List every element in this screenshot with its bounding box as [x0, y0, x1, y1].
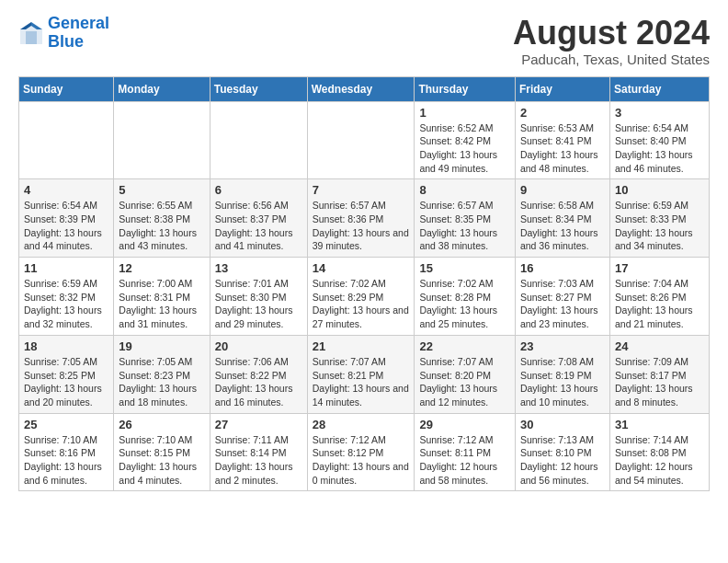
- cell-sunset: Sunset: 8:39 PM: [24, 213, 108, 226]
- cell-sunrise: Sunrise: 6:56 AM: [215, 199, 302, 213]
- cell-3-4: 22 Sunrise: 7:07 AM Sunset: 8:20 PM Dayl…: [415, 335, 516, 413]
- cell-date: 20: [215, 339, 302, 353]
- cell-sunset: Sunset: 8:38 PM: [119, 213, 204, 226]
- cell-daylight: Daylight: 13 hours and 21 minutes.: [615, 304, 704, 330]
- cell-sunrise: Sunrise: 7:04 AM: [615, 277, 704, 291]
- cell-sunset: Sunset: 8:17 PM: [615, 369, 704, 383]
- cell-sunset: Sunset: 8:35 PM: [419, 213, 510, 226]
- cell-daylight: Daylight: 13 hours and 8 minutes.: [615, 382, 704, 408]
- col-friday: Friday: [515, 76, 609, 101]
- cell-1-6: 10 Sunrise: 6:59 AM Sunset: 8:33 PM Dayl…: [609, 179, 709, 258]
- cell-sunset: Sunset: 8:42 PM: [419, 134, 510, 148]
- logo: General Blue: [18, 15, 109, 52]
- cell-date: 5: [119, 183, 204, 197]
- cell-sunset: Sunset: 8:10 PM: [520, 446, 605, 460]
- cell-sunset: Sunset: 8:37 PM: [215, 213, 302, 226]
- cell-date: 14: [313, 261, 410, 275]
- cell-0-5: 2 Sunrise: 6:53 AM Sunset: 8:41 PM Dayli…: [515, 101, 609, 179]
- cell-sunrise: Sunrise: 7:06 AM: [215, 355, 302, 369]
- cell-sunset: Sunset: 8:36 PM: [313, 213, 410, 226]
- col-thursday: Thursday: [415, 76, 516, 101]
- title-block: August 2024 Paducah, Texas, United State…: [513, 15, 710, 67]
- cell-date: 31: [615, 418, 704, 431]
- cell-daylight: Daylight: 13 hours and 25 minutes.: [419, 304, 510, 330]
- subtitle: Paducah, Texas, United States: [513, 52, 710, 67]
- svg-rect-3: [26, 31, 37, 44]
- cell-date: 19: [119, 339, 204, 353]
- cell-sunrise: Sunrise: 7:02 AM: [313, 277, 410, 291]
- cell-date: 8: [419, 183, 510, 197]
- cell-sunrise: Sunrise: 6:53 AM: [520, 121, 605, 135]
- cell-sunrise: Sunrise: 6:54 AM: [615, 121, 704, 135]
- cell-sunrise: Sunrise: 7:13 AM: [520, 433, 605, 447]
- cell-daylight: Daylight: 13 hours and 4 minutes.: [119, 460, 204, 487]
- cell-date: 11: [24, 261, 108, 275]
- cell-sunrise: Sunrise: 7:09 AM: [615, 355, 704, 369]
- cell-sunset: Sunset: 8:19 PM: [520, 369, 605, 383]
- cell-daylight: Daylight: 13 hours and 46 minutes.: [615, 148, 704, 175]
- cell-1-5: 9 Sunrise: 6:58 AM Sunset: 8:34 PM Dayli…: [515, 179, 609, 258]
- cell-daylight: Daylight: 13 hours and 31 minutes.: [119, 304, 204, 330]
- cell-daylight: Daylight: 13 hours and 0 minutes.: [313, 460, 410, 487]
- cell-daylight: Daylight: 13 hours and 39 minutes.: [313, 226, 410, 253]
- cell-sunrise: Sunrise: 7:05 AM: [119, 355, 204, 369]
- cell-date: 23: [520, 339, 605, 353]
- cell-daylight: Daylight: 13 hours and 32 minutes.: [24, 304, 108, 330]
- cell-sunrise: Sunrise: 7:03 AM: [520, 277, 605, 291]
- cell-sunset: Sunset: 8:22 PM: [215, 369, 302, 383]
- cell-sunrise: Sunrise: 7:07 AM: [419, 355, 510, 369]
- cell-sunset: Sunset: 8:32 PM: [24, 291, 108, 304]
- cell-sunrise: Sunrise: 6:57 AM: [419, 199, 510, 213]
- cell-1-0: 4 Sunrise: 6:54 AM Sunset: 8:39 PM Dayli…: [19, 179, 114, 258]
- cell-sunset: Sunset: 8:31 PM: [119, 291, 204, 304]
- cell-sunset: Sunset: 8:16 PM: [24, 446, 108, 460]
- cell-daylight: Daylight: 13 hours and 2 minutes.: [215, 460, 302, 487]
- cell-sunset: Sunset: 8:29 PM: [313, 291, 410, 304]
- cell-2-4: 15 Sunrise: 7:02 AM Sunset: 8:28 PM Dayl…: [415, 258, 516, 336]
- cell-4-0: 25 Sunrise: 7:10 AM Sunset: 8:16 PM Dayl…: [19, 413, 114, 491]
- cell-daylight: Daylight: 13 hours and 36 minutes.: [520, 226, 605, 253]
- cell-sunrise: Sunrise: 7:00 AM: [119, 277, 204, 291]
- cell-date: 1: [419, 106, 510, 120]
- page: General Blue August 2024 Paducah, Texas,…: [0, 0, 728, 500]
- cell-date: 30: [520, 418, 605, 431]
- cell-sunrise: Sunrise: 7:05 AM: [24, 355, 108, 369]
- cell-0-4: 1 Sunrise: 6:52 AM Sunset: 8:42 PM Dayli…: [415, 101, 516, 179]
- cell-0-2: [210, 101, 307, 179]
- cell-date: 21: [313, 339, 410, 353]
- week-row-3: 18 Sunrise: 7:05 AM Sunset: 8:25 PM Dayl…: [19, 335, 710, 413]
- cell-date: 10: [615, 183, 704, 197]
- col-saturday: Saturday: [609, 76, 709, 101]
- cell-date: 16: [520, 261, 605, 275]
- cell-daylight: Daylight: 13 hours and 6 minutes.: [24, 460, 108, 487]
- col-monday: Monday: [114, 76, 210, 101]
- cell-daylight: Daylight: 13 hours and 41 minutes.: [215, 226, 302, 253]
- cell-2-0: 11 Sunrise: 6:59 AM Sunset: 8:32 PM Dayl…: [19, 258, 114, 336]
- cell-sunset: Sunset: 8:25 PM: [24, 369, 108, 383]
- cell-sunset: Sunset: 8:15 PM: [119, 446, 204, 460]
- cell-daylight: Daylight: 13 hours and 10 minutes.: [520, 382, 605, 408]
- cell-date: 7: [313, 183, 410, 197]
- cell-0-0: [19, 101, 114, 179]
- cell-daylight: Daylight: 12 hours and 58 minutes.: [419, 460, 510, 487]
- cell-sunset: Sunset: 8:28 PM: [419, 291, 510, 304]
- cell-0-1: [114, 101, 210, 179]
- cell-sunrise: Sunrise: 7:14 AM: [615, 433, 704, 447]
- cell-sunrise: Sunrise: 7:01 AM: [215, 277, 302, 291]
- cell-date: 26: [119, 418, 204, 431]
- cell-1-1: 5 Sunrise: 6:55 AM Sunset: 8:38 PM Dayli…: [114, 179, 210, 258]
- cell-0-6: 3 Sunrise: 6:54 AM Sunset: 8:40 PM Dayli…: [609, 101, 709, 179]
- cell-3-0: 18 Sunrise: 7:05 AM Sunset: 8:25 PM Dayl…: [19, 335, 114, 413]
- cell-date: 15: [419, 261, 510, 275]
- cell-4-5: 30 Sunrise: 7:13 AM Sunset: 8:10 PM Dayl…: [515, 413, 609, 491]
- cell-daylight: Daylight: 13 hours and 16 minutes.: [215, 382, 302, 408]
- cell-sunrise: Sunrise: 6:58 AM: [520, 199, 605, 213]
- cell-sunset: Sunset: 8:33 PM: [615, 213, 704, 226]
- cell-2-6: 17 Sunrise: 7:04 AM Sunset: 8:26 PM Dayl…: [609, 258, 709, 336]
- cell-date: 24: [615, 339, 704, 353]
- cell-date: 17: [615, 261, 704, 275]
- week-row-1: 4 Sunrise: 6:54 AM Sunset: 8:39 PM Dayli…: [19, 179, 710, 258]
- cell-sunrise: Sunrise: 6:57 AM: [313, 199, 410, 213]
- cell-sunrise: Sunrise: 7:12 AM: [419, 433, 510, 447]
- cell-date: 25: [24, 418, 108, 431]
